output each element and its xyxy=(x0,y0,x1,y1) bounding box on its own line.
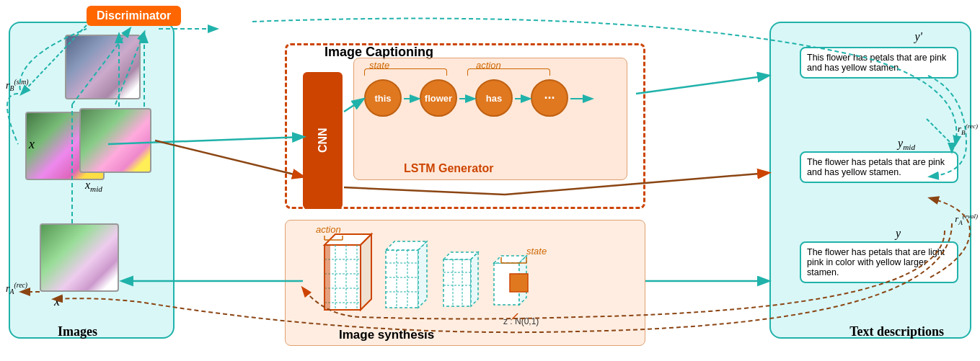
yprime-text: This flower has petals that are pink and… xyxy=(807,53,946,73)
svg-rect-29 xyxy=(510,274,528,292)
svg-marker-21 xyxy=(471,252,478,306)
svg-text:z : N(0,1): z : N(0,1) xyxy=(503,316,539,326)
label-y: y xyxy=(896,227,901,240)
state-bracket xyxy=(364,68,447,76)
text-box-yprime: This flower has petals that are pink and… xyxy=(800,47,958,79)
r-b-sim-label: rB(sim) xyxy=(6,78,29,92)
lstm-node-this: this xyxy=(364,79,402,117)
discriminator-box: Discriminator xyxy=(87,6,181,26)
svg-rect-10 xyxy=(325,245,330,310)
text-box-ymid: The flower has petals that are pink and … xyxy=(800,151,958,183)
text-descriptions-label: Text descriptions xyxy=(849,324,944,339)
svg-line-51 xyxy=(636,76,768,94)
diagram: { "title": "Image Captioning and Synthes… xyxy=(0,0,980,361)
r-a-rec-label: rA(rec) xyxy=(6,281,27,295)
svg-rect-11 xyxy=(386,250,418,308)
svg-text:action: action xyxy=(316,224,341,235)
synthesis-blocks-svg: state action z : N(0,1) xyxy=(303,220,627,339)
ymid-text: The flower has petals that are pink and … xyxy=(807,157,945,177)
r-a-eval-label: rA(eval) xyxy=(955,213,978,226)
r-b-rec-label: rB(rec) xyxy=(958,122,978,136)
var-xmid: xmid xyxy=(85,179,102,193)
lstm-node-dots: ··· xyxy=(531,79,568,117)
svg-text:state: state xyxy=(526,246,547,257)
cnn-box: CNN xyxy=(303,72,343,209)
images-label: Images xyxy=(58,324,97,339)
y-text: The flower has petals that are light pin… xyxy=(807,247,945,277)
svg-rect-19 xyxy=(443,259,471,306)
flower-image-xmid xyxy=(79,108,151,173)
lstm-node-flower: flower xyxy=(420,79,457,117)
label-ymid: ymid xyxy=(898,137,915,151)
label-yprime: y' xyxy=(914,30,922,43)
action-bracket xyxy=(467,68,550,76)
lstm-label: LSTM Generator xyxy=(404,162,493,175)
text-box-y: The flower has petals that are light pin… xyxy=(800,241,958,283)
var-x: x xyxy=(29,137,35,152)
svg-marker-13 xyxy=(418,241,427,308)
flower-image-xprime xyxy=(40,223,119,292)
flower-image-top xyxy=(65,35,141,99)
lstm-node-has: has xyxy=(475,79,513,117)
var-xprime: x' xyxy=(54,294,63,309)
svg-line-45 xyxy=(155,141,303,177)
svg-marker-2 xyxy=(361,234,371,310)
